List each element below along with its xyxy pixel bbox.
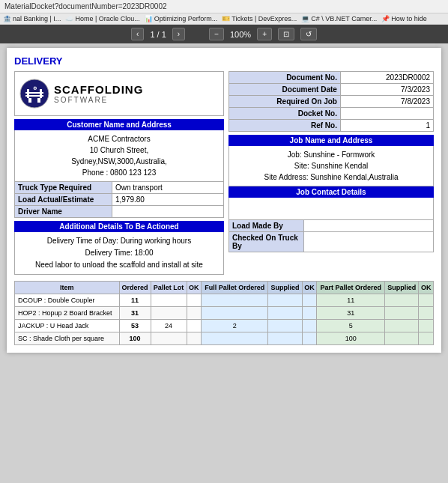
top-section: ⚙ SCAFFOLDING SOFTWARE Customer Name and…: [14, 71, 434, 275]
col-full-supplied: Supplied: [268, 282, 302, 294]
pdf-page: DELIVERY ⚙ SCAFFOLDING SOFTWARE: [7, 48, 441, 353]
job-address-box: Job: Sunshine - Formwork Site: Sunshine …: [228, 146, 434, 186]
zoom-out-button[interactable]: −: [209, 28, 224, 40]
bookmark-hide[interactable]: 📌 How to hide: [381, 15, 427, 22]
additional-header: Additional Details To Be Actioned: [14, 221, 224, 232]
logo-text: SCAFFOLDING SOFTWARE: [54, 83, 143, 104]
additional-line2: Delivery Time: 18:00: [19, 247, 219, 259]
required-on-job-label: Required On Job: [229, 96, 341, 108]
bookmark-banking[interactable]: 🏦 nal Banking | I...: [3, 15, 61, 22]
customer-addr1: 10 Church Street,: [18, 145, 220, 156]
truck-type-row: Truck Type Required Own transport: [14, 182, 224, 194]
col-part-supplied: Supplied: [385, 282, 419, 294]
table-row: JACKUP : U Head Jack532425: [15, 320, 434, 332]
doc-date-label: Document Date: [229, 84, 341, 96]
docket-no-label: Docket No.: [229, 108, 341, 120]
job-site-address: Site Address: Sunshine Kendal,Australia: [232, 171, 430, 183]
col-ordered: Ordered: [119, 282, 151, 294]
required-on-job-value: 7/8/2023: [340, 96, 433, 108]
svg-rect-4: [28, 98, 31, 103]
bookmark-tickets[interactable]: 🎫 Tickets | DevExpres...: [222, 15, 297, 22]
job-contact-value: [228, 198, 434, 220]
doc-fields-table: Document No. 2023DR0002 Document Date 7/…: [228, 71, 434, 132]
pdf-toolbar: ‹ 1 / 1 › − 100% + ⊡ ↺: [0, 25, 448, 43]
col-part-ok: OK: [419, 282, 434, 294]
rotate-button[interactable]: ↺: [300, 28, 317, 40]
fit-page-button[interactable]: ⊡: [278, 28, 294, 40]
col-full-pallet: Full Pallet Ordered: [201, 282, 267, 294]
items-table: Item Ordered Pallet Lot OK Full Pallet O…: [14, 281, 434, 345]
prev-page-button[interactable]: ‹: [131, 28, 144, 40]
truck-type-label: Truck Type Required: [15, 182, 112, 193]
load-made-row: Load Made By: [229, 220, 433, 232]
company-name: SCAFFOLDING: [54, 83, 143, 96]
zoom-in-button[interactable]: +: [257, 28, 272, 40]
svg-rect-6: [27, 89, 29, 98]
left-column: ⚙ SCAFFOLDING SOFTWARE Customer Name and…: [14, 71, 224, 275]
docket-no-value: [340, 108, 433, 120]
svg-rect-7: [40, 89, 42, 98]
job-name: Job: Sunshine - Formwork: [232, 149, 430, 160]
additional-line1: Delivery Time of Day: During working hou…: [19, 235, 219, 247]
col-ok1: OK: [187, 282, 201, 294]
load-made-label: Load Made By: [229, 220, 304, 231]
customer-address: ACME Contractors 10 Church Street, Sydne…: [14, 130, 224, 182]
doc-date-value: 7/3/2023: [340, 84, 433, 96]
zoom-level: 100%: [230, 30, 251, 39]
table-row: DCOUP : Double Coupler1111: [15, 294, 434, 307]
customer-header: Customer Name and Address: [14, 119, 224, 130]
load-estimate-row: Load Actual/Estimate 1,979.80: [14, 194, 224, 206]
url-text: MaterialDocket?documentNumber=2023DR0002: [4, 2, 167, 10]
load-estimate-value: 1,979.80: [112, 194, 223, 205]
col-item: Item: [15, 282, 120, 294]
page-info: 1 / 1: [150, 30, 166, 39]
checked-truck-label: Checked On Truck By: [229, 232, 304, 252]
bookmarks-bar: 🏦 nal Banking | I... ☁️ Home | Oracle Cl…: [0, 13, 448, 25]
ref-no-label: Ref No.: [229, 120, 341, 132]
additional-content: Delivery Time of Day: During working hou…: [14, 232, 224, 275]
checked-truck-value: [304, 232, 433, 252]
right-column: Document No. 2023DR0002 Document Date 7/…: [228, 71, 434, 275]
job-contact-header: Job Contact Details: [228, 186, 434, 198]
bookmark-oracle[interactable]: ☁️ Home | Oracle Clou...: [65, 15, 139, 22]
col-full-ok: OK: [302, 282, 316, 294]
additional-line3: Need labor to unload the scaffold and in…: [19, 259, 219, 271]
ref-no-value: 1: [340, 120, 433, 132]
driver-row: Driver Name: [14, 206, 224, 218]
load-checked-area: Load Made By Checked On Truck By: [228, 220, 434, 252]
job-site: Site: Sunshine Kendal: [232, 160, 430, 171]
load-estimate-label: Load Actual/Estimate: [15, 194, 112, 205]
job-name-header: Job Name and Address: [228, 135, 434, 146]
customer-addr2: Sydney,NSW,3000,Australia,: [18, 156, 220, 167]
truck-type-value: Own transport: [112, 182, 223, 193]
bookmark-optimize[interactable]: 📊 Optimizing Perform...: [145, 15, 218, 22]
logo-area: ⚙ SCAFFOLDING SOFTWARE: [14, 71, 224, 116]
driver-label: Driver Name: [15, 206, 112, 217]
col-pallet-lot: Pallet Lot: [151, 282, 187, 294]
table-row: SC : Shade Cloth per square100100: [15, 332, 434, 345]
customer-name: ACME Contractors: [18, 133, 220, 145]
delivery-header: DELIVERY: [14, 55, 434, 67]
next-page-button[interactable]: ›: [172, 28, 185, 40]
svg-rect-5: [37, 98, 40, 103]
checked-truck-row: Checked On Truck By: [229, 232, 433, 252]
company-sub: SOFTWARE: [54, 96, 143, 104]
customer-phone: Phone : 0800 123 123: [18, 167, 220, 178]
driver-value: [112, 206, 223, 217]
bookmark-csharp[interactable]: 💻 C# \ VB.NET Camer...: [301, 15, 377, 22]
scaffolding-logo-icon: ⚙: [19, 79, 49, 109]
table-row: HOP2 : Hopup 2 Board Bracket3131: [15, 307, 434, 320]
col-part-pallet: Part Pallet Ordered: [317, 282, 385, 294]
doc-no-value: 2023DR0002: [340, 72, 433, 84]
load-made-value: [304, 220, 433, 231]
browser-url-bar: MaterialDocket?documentNumber=2023DR0002: [0, 0, 448, 13]
doc-no-label: Document No.: [229, 72, 341, 84]
